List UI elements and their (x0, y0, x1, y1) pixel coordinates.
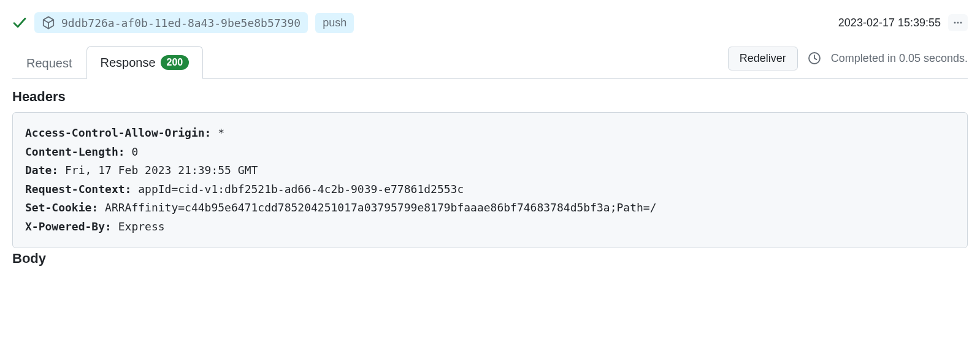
header-key: Content-Length: (25, 145, 131, 158)
header-key: Access-Control-Allow-Origin: (25, 126, 218, 139)
body-section-title: Body (12, 251, 968, 267)
header-line: Access-Control-Allow-Origin: * (25, 124, 955, 143)
header-line: X-Powered-By: Express (25, 218, 955, 237)
header-line: Request-Context: appId=cid-v1:dbf2521b-a… (25, 180, 955, 199)
kebab-icon (953, 18, 963, 28)
clock-icon (808, 51, 821, 65)
tabs-row: Request Response 200 Redeliver Completed… (12, 45, 968, 79)
header-line: Date: Fri, 17 Feb 2023 21:39:55 GMT (25, 161, 955, 180)
header-key: X-Powered-By: (25, 220, 118, 233)
completed-text: Completed in 0.05 seconds. (831, 52, 968, 65)
tabs-right: Redeliver Completed in 0.05 seconds. (728, 47, 968, 78)
check-icon (12, 15, 27, 30)
status-badge: 200 (161, 55, 189, 70)
header-key: Date: (25, 164, 65, 176)
header-line: Set-Cookie: ARRAffinity=c44b95e6471cdd78… (25, 199, 955, 218)
header-key: Request-Context: (25, 183, 138, 195)
header-value: * (218, 126, 224, 139)
delivery-id-badge[interactable]: 9ddb726a-af0b-11ed-8a43-9be5e8b57390 (34, 12, 308, 33)
svg-point-2 (960, 22, 962, 24)
redeliver-button[interactable]: Redeliver (728, 47, 798, 70)
tab-request-label: Request (26, 56, 72, 70)
header-value: Fri, 17 Feb 2023 21:39:55 GMT (65, 164, 258, 176)
more-options-button[interactable] (948, 14, 968, 31)
event-badge: push (315, 13, 354, 33)
tab-response-label: Response (101, 56, 156, 70)
header-value: Express (118, 220, 165, 233)
header-value: appId=cid-v1:dbf2521b-ad66-4c2b-9039-e77… (138, 183, 464, 195)
svg-point-0 (954, 22, 956, 24)
delivery-id: 9ddb726a-af0b-11ed-8a43-9be5e8b57390 (61, 17, 301, 29)
delivery-header: 9ddb726a-af0b-11ed-8a43-9be5e8b57390 pus… (12, 12, 968, 33)
delivery-header-right: 2023-02-17 15:39:55 (838, 14, 968, 31)
headers-box: Access-Control-Allow-Origin: *Content-Le… (12, 112, 968, 248)
delivery-timestamp: 2023-02-17 15:39:55 (838, 17, 941, 29)
svg-point-1 (957, 22, 959, 24)
header-key: Set-Cookie: (25, 201, 105, 214)
header-line: Content-Length: 0 (25, 143, 955, 162)
tab-response[interactable]: Response 200 (86, 46, 204, 79)
delivery-header-left: 9ddb726a-af0b-11ed-8a43-9be5e8b57390 pus… (12, 12, 354, 33)
tabs: Request Response 200 (12, 45, 203, 78)
package-icon (42, 16, 55, 29)
tab-request[interactable]: Request (12, 47, 86, 79)
header-value: ARRAffinity=c44b95e6471cdd785204251017a0… (105, 201, 656, 214)
headers-section-title: Headers (12, 89, 968, 105)
header-value: 0 (131, 145, 138, 158)
